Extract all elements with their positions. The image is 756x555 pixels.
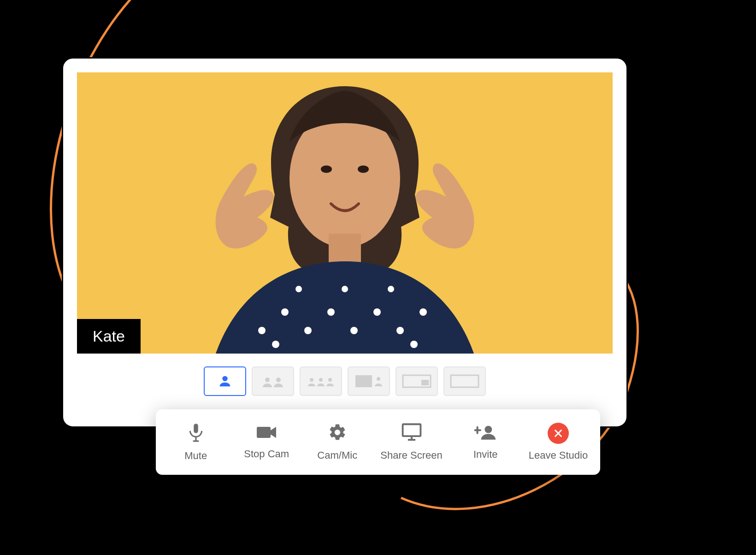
person-icon [217,373,233,389]
cam-mic-label: Cam/Mic [317,449,357,461]
participant-name-label: Kate [93,327,125,345]
stop-cam-label: Stop Cam [244,448,289,460]
svg-point-22 [328,378,332,382]
side-main-icon [353,372,385,391]
svg-point-10 [295,286,302,292]
svg-point-4 [304,327,312,334]
share-screen-button[interactable]: Share Screen [380,423,443,461]
blank-layout-icon [448,372,481,391]
monitor-icon [401,423,422,444]
svg-point-8 [396,327,404,334]
svg-point-13 [272,341,279,348]
participant-name-tag: Kate [77,319,141,354]
svg-rect-28 [194,424,198,433]
svg-point-15 [321,165,332,173]
camera-icon [255,424,278,443]
svg-rect-1 [329,234,361,266]
svg-rect-30 [402,424,420,436]
stop-cam-button[interactable]: Stop Cam [239,424,294,460]
layout-option-two[interactable] [252,366,294,396]
svg-point-5 [327,308,335,316]
wide-main-icon [400,372,433,391]
svg-point-21 [319,378,323,382]
microphone-icon [187,422,205,444]
layout-option-side-main[interactable] [348,366,390,396]
svg-point-9 [419,308,427,316]
add-user-icon [474,424,496,443]
studio-window: Kate [62,57,628,428]
mute-label: Mute [184,450,207,462]
leave-studio-label: Leave Studio [529,449,588,461]
invite-button[interactable]: Invite [458,424,513,461]
close-icon [548,423,569,444]
layout-option-three[interactable] [300,366,342,396]
layout-option-blank[interactable] [443,366,486,396]
svg-point-24 [377,377,380,381]
svg-rect-27 [451,375,478,387]
svg-rect-29 [257,427,271,438]
svg-point-12 [342,286,348,292]
three-person-icon [305,373,337,389]
svg-point-2 [258,327,266,334]
svg-point-16 [358,165,369,173]
svg-point-11 [388,286,394,292]
svg-point-7 [373,308,381,316]
gear-icon [328,423,347,444]
leave-studio-button[interactable]: Leave Studio [529,423,588,461]
video-feed: Kate [77,72,613,354]
svg-rect-26 [421,380,429,385]
layout-option-wide-main[interactable] [396,366,438,396]
share-screen-label: Share Screen [380,449,443,461]
control-toolbar: Mute Stop Cam Cam/Mic Share Screen Invit [156,409,600,475]
svg-point-18 [265,378,270,382]
invite-label: Invite [473,449,498,461]
mute-button[interactable]: Mute [168,422,224,462]
layout-selector [77,366,613,396]
svg-point-3 [281,308,289,316]
layout-option-single[interactable] [204,366,246,396]
participant-video [114,72,575,354]
cam-mic-settings-button[interactable]: Cam/Mic [310,423,365,461]
svg-point-33 [485,426,492,433]
svg-rect-23 [355,375,372,387]
svg-point-17 [222,376,227,381]
two-person-icon [259,373,287,389]
svg-point-14 [410,341,418,348]
svg-point-20 [310,378,313,382]
svg-point-19 [276,378,281,382]
svg-point-6 [350,327,358,334]
